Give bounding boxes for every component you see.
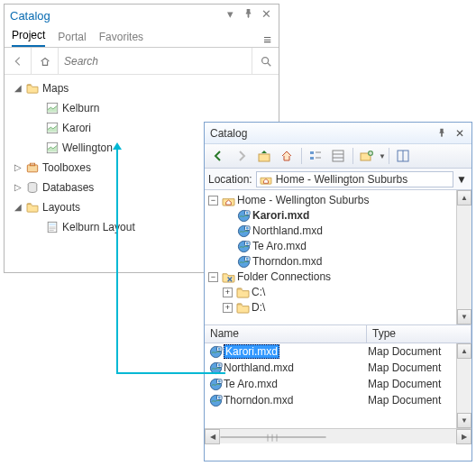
old-toolbar: ▼	[205, 144, 471, 169]
pro-titlebar: Catalog ▾ ✕	[5, 5, 279, 26]
tab-favorites[interactable]: Favorites	[99, 29, 143, 47]
expander-icon[interactable]: ◢	[12, 78, 24, 98]
collapse-icon[interactable]: −	[208, 196, 218, 206]
autohide-button[interactable]: ▾	[223, 8, 237, 23]
svg-rect-15	[310, 151, 314, 154]
database-icon	[24, 181, 41, 194]
mxd-icon	[208, 345, 224, 359]
list-row[interactable]: Te Aro.mxdMap Document	[205, 376, 471, 392]
mxd-item[interactable]: Northland.mxd	[223, 224, 470, 239]
mxd-icon	[236, 209, 252, 223]
pin-button[interactable]	[241, 8, 255, 23]
col-name[interactable]: Name	[205, 325, 367, 343]
location-dropdown-icon[interactable]: ▼	[455, 173, 468, 186]
back-button[interactable]	[208, 146, 230, 166]
list-header: Name Type	[205, 325, 471, 343]
svg-rect-16	[310, 157, 314, 160]
back-button[interactable]	[5, 48, 32, 75]
drive-item[interactable]: +D:\	[223, 300, 470, 315]
mxd-icon	[236, 224, 252, 238]
up-button[interactable]	[253, 146, 275, 166]
h-scrollbar[interactable]: ◀∣∣∣▶	[205, 428, 471, 443]
svg-rect-19	[333, 151, 343, 161]
row-name: Te Aro.mxd	[224, 378, 368, 390]
home-button[interactable]	[32, 48, 59, 75]
close-button[interactable]: ✕	[453, 127, 466, 140]
old-titlebar: Catalog ✕	[205, 123, 471, 144]
tab-project[interactable]: Project	[12, 27, 45, 47]
location-box[interactable]: Home - Wellington Suburbs	[256, 171, 453, 187]
svg-line-13	[267, 62, 270, 66]
home-folder-icon	[259, 174, 273, 185]
folder-icon	[24, 202, 41, 213]
svg-rect-14	[259, 154, 270, 161]
tree-folder-connections[interactable]: −Folder Connections	[208, 270, 470, 285]
location-label: Location:	[208, 173, 252, 186]
pin-button[interactable]	[435, 127, 448, 140]
layout-icon	[44, 221, 60, 233]
map-icon	[44, 102, 60, 114]
list-row[interactable]: Karori.mxdMap Document	[205, 343, 471, 360]
dropdown-icon[interactable]: ▼	[379, 152, 386, 160]
search-icon[interactable]	[252, 48, 279, 75]
pro-title: Catalog	[10, 9, 50, 23]
tree-maps[interactable]: ◢Maps	[12, 78, 279, 98]
mxd-icon	[208, 394, 224, 407]
home-folder-icon	[221, 195, 236, 206]
row-name: Karori.mxd	[224, 345, 368, 358]
v-scrollbar[interactable]: ▲▼	[456, 190, 471, 324]
map-icon	[44, 122, 60, 134]
map-icon	[44, 142, 60, 154]
list-row[interactable]: Northland.mxdMap Document	[205, 360, 471, 376]
expand-icon[interactable]: +	[223, 288, 233, 297]
folder-icon	[24, 83, 41, 94]
expander-icon[interactable]: ▷	[12, 158, 24, 178]
forward-button[interactable]	[231, 146, 252, 166]
col-type[interactable]: Type	[367, 325, 471, 343]
close-button[interactable]: ✕	[259, 8, 273, 23]
row-name: Thorndon.mxd	[224, 394, 368, 407]
mxd-icon	[208, 378, 224, 391]
folder-icon	[235, 287, 251, 298]
mxd-icon	[236, 240, 252, 253]
mxd-icon	[236, 255, 252, 269]
old-title: Catalog	[210, 127, 247, 140]
mxd-item[interactable]: Te Aro.mxd	[223, 239, 470, 254]
expand-icon[interactable]: +	[223, 303, 233, 313]
svg-point-12	[261, 57, 268, 63]
expander-icon[interactable]: ◢	[12, 197, 24, 217]
view-details-button[interactable]	[327, 146, 349, 166]
folder-conn-icon	[221, 271, 236, 283]
old-tree[interactable]: −Home - Wellington Suburbs Karori.mxd No…	[205, 190, 471, 318]
mxd-item[interactable]: Karori.mxd	[223, 208, 470, 224]
row-name: Northland.mxd	[224, 361, 368, 374]
collapse-icon[interactable]: −	[208, 272, 218, 282]
tree-home[interactable]: −Home - Wellington Suburbs	[208, 193, 470, 208]
expander-icon[interactable]: ▷	[12, 178, 24, 197]
tab-portal[interactable]: Portal	[58, 29, 86, 47]
pro-tabbar: Project Portal Favorites ≡	[5, 26, 279, 48]
toggle-panel-button[interactable]	[392, 146, 414, 166]
list-row[interactable]: Thorndon.mxdMap Document	[205, 392, 471, 408]
view-list-button[interactable]	[305, 146, 326, 166]
search-input[interactable]	[59, 49, 252, 74]
toolbox-icon	[24, 161, 41, 174]
mxd-icon	[208, 361, 224, 375]
v-scrollbar[interactable]: ▲▼	[456, 343, 471, 428]
home-button[interactable]	[276, 146, 298, 166]
drive-item[interactable]: +C:\	[223, 285, 470, 300]
map-item-kelburn[interactable]: Kelburn	[32, 98, 279, 118]
hamburger-icon[interactable]: ≡	[263, 32, 271, 47]
connect-folder-button[interactable]	[356, 146, 378, 166]
mxd-item[interactable]: Thorndon.mxd	[223, 254, 470, 270]
folder-icon	[235, 302, 251, 314]
